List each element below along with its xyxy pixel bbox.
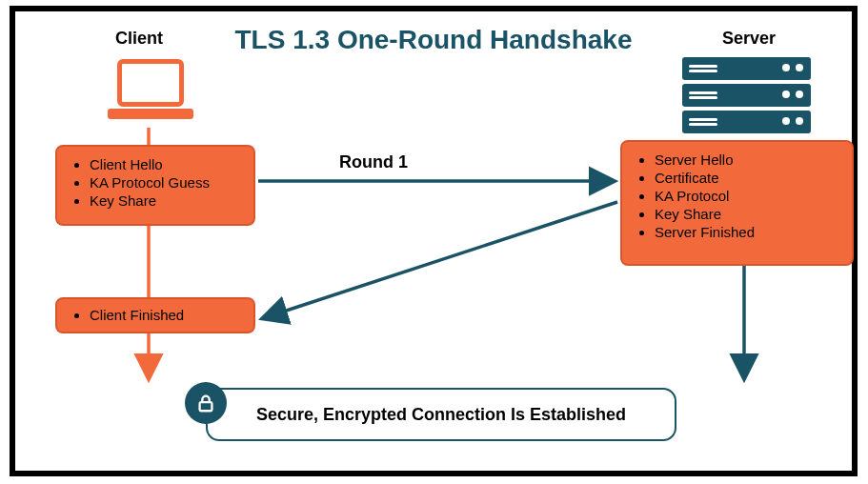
client-step1-item: KA Protocol Guess	[90, 174, 240, 191]
server-step-item: KA Protocol	[655, 188, 838, 204]
secure-connection-box: Secure, Encrypted Connection Is Establis…	[206, 388, 676, 441]
client-step1-item: Client Hello	[90, 156, 240, 172]
client-column-label: Client	[115, 29, 163, 49]
server-step-item: Certificate	[655, 170, 838, 186]
secure-connection-text: Secure, Encrypted Connection Is Establis…	[256, 405, 626, 425]
lock-icon	[185, 382, 227, 424]
server-step-item: Server Finished	[655, 224, 838, 240]
svg-rect-0	[200, 402, 212, 411]
client-laptop-icon	[108, 59, 193, 128]
server-stack-icon	[682, 57, 811, 137]
server-step-item: Key Share	[655, 206, 838, 222]
server-step-item: Server Hello	[655, 151, 838, 168]
round-label: Round 1	[339, 152, 408, 172]
diagram-frame: TLS 1.3 One-Round Handshake Client Serve…	[10, 6, 858, 476]
client-step2-box: Client Finished	[55, 297, 255, 333]
client-step2-item: Client Finished	[90, 307, 240, 323]
server-column-label: Server	[722, 29, 776, 49]
client-step1-item: Key Share	[90, 192, 240, 209]
server-step-box: Server Hello Certificate KA Protocol Key…	[620, 140, 854, 266]
client-step1-box: Client Hello KA Protocol Guess Key Share	[55, 145, 255, 226]
arrow-server-to-client	[263, 202, 617, 318]
